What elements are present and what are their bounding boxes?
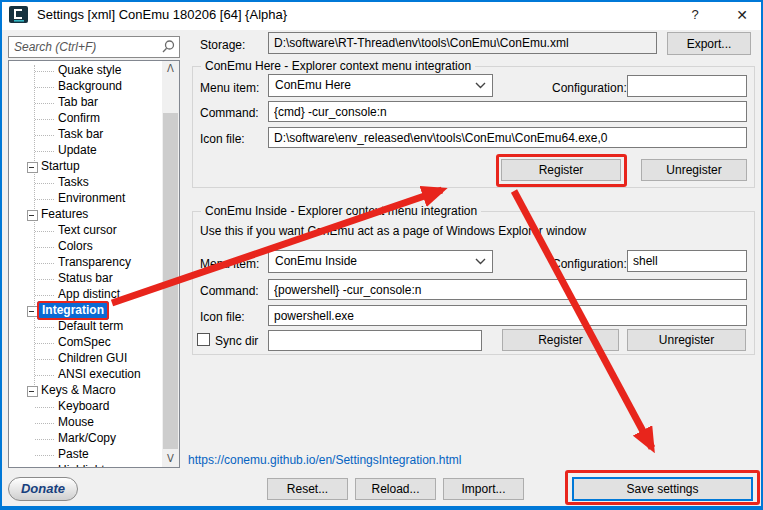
tree-item-update[interactable]: Update bbox=[9, 143, 162, 159]
tree-item-label: Highlight bbox=[58, 463, 105, 468]
tree-item-default-term[interactable]: Default term bbox=[9, 319, 162, 335]
tree-item-environment[interactable]: Environment bbox=[9, 191, 162, 207]
tree-item-task-bar[interactable]: Task bar bbox=[9, 127, 162, 143]
tree-item-label: Features bbox=[41, 207, 88, 221]
tree-item-label: ANSI execution bbox=[58, 367, 141, 381]
tree-item-confirm[interactable]: Confirm bbox=[9, 111, 162, 127]
chevron-down-icon bbox=[475, 258, 486, 265]
tree-item-label: Mark/Copy bbox=[58, 431, 116, 445]
tree-item-comspec[interactable]: ComSpec bbox=[9, 335, 162, 351]
menu-item-value-here: ConEmu Here bbox=[275, 75, 351, 96]
tree-item-mark-copy[interactable]: Mark/Copy bbox=[9, 431, 162, 447]
tree-item-label: Children GUI bbox=[58, 351, 127, 365]
donate-button[interactable]: Donate bbox=[8, 477, 78, 501]
tree-item-tasks[interactable]: Tasks bbox=[9, 175, 162, 191]
register-button-here[interactable]: Register bbox=[501, 159, 621, 181]
tree-item-label: Quake style bbox=[58, 63, 121, 77]
command-label-here: Command: bbox=[200, 106, 259, 120]
scroll-up-icon[interactable]: ᐱ bbox=[162, 61, 179, 77]
tree-item-label: Background bbox=[58, 79, 122, 93]
tree-item-status-bar[interactable]: Status bar bbox=[9, 271, 162, 287]
save-settings-button[interactable]: Save settings bbox=[572, 477, 753, 501]
conemu-inside-group-title: ConEmu Inside - Explorer context menu in… bbox=[201, 204, 481, 218]
reload-button[interactable]: Reload... bbox=[355, 478, 436, 500]
search-icon bbox=[161, 39, 176, 54]
menu-item-combo-here[interactable]: ConEmu Here bbox=[268, 74, 493, 97]
storage-label: Storage: bbox=[200, 38, 245, 52]
tree-item-background[interactable]: Background bbox=[9, 79, 162, 95]
tree-item-quake-style[interactable]: Quake style bbox=[9, 63, 162, 79]
search-input[interactable] bbox=[8, 36, 180, 58]
icon-file-label-here: Icon file: bbox=[200, 132, 245, 146]
scrollbar-thumb[interactable] bbox=[163, 113, 178, 449]
command-label-inside: Command: bbox=[200, 284, 259, 298]
unregister-button-here[interactable]: Unregister bbox=[641, 159, 747, 181]
title-bar: Settings [xml] ConEmu 180206 [64] {Alpha… bbox=[0, 0, 763, 30]
tree-item-label: Tasks bbox=[58, 175, 89, 189]
tree-item-label: Keys & Macro bbox=[41, 383, 116, 397]
tree-item-ansi-execution[interactable]: ANSI execution bbox=[9, 367, 162, 383]
tree-item-tab-bar[interactable]: Tab bar bbox=[9, 95, 162, 111]
tree-item-label: Keyboard bbox=[58, 399, 109, 413]
register-button-inside[interactable]: Register bbox=[502, 329, 619, 351]
command-field-here[interactable] bbox=[268, 101, 747, 122]
tree-item-label: Status bar bbox=[58, 271, 113, 285]
tree-item-label: Integration bbox=[37, 301, 109, 320]
tree-item-startup[interactable]: Startup bbox=[9, 159, 162, 175]
tree-item-children-gui[interactable]: Children GUI bbox=[9, 351, 162, 367]
tree-item-keyboard[interactable]: Keyboard bbox=[9, 399, 162, 415]
tree-item-label: Default term bbox=[58, 319, 123, 333]
tree-item-label: Confirm bbox=[58, 111, 100, 125]
tree-item-label: Paste bbox=[58, 447, 89, 461]
configuration-label-here: Configuration: bbox=[552, 81, 627, 95]
tree-scrollbar[interactable]: ᐱ ᐯ bbox=[162, 61, 179, 467]
import-button[interactable]: Import... bbox=[443, 478, 524, 500]
sync-dir-field[interactable] bbox=[268, 330, 482, 351]
menu-item-value-inside: ConEmu Inside bbox=[275, 251, 357, 272]
close-icon[interactable]: ✕ bbox=[726, 0, 758, 30]
icon-file-field-here[interactable] bbox=[268, 127, 747, 148]
help-button[interactable]: ? bbox=[679, 0, 711, 30]
tree-item-paste[interactable]: Paste bbox=[9, 447, 162, 463]
menu-item-combo-inside[interactable]: ConEmu Inside bbox=[268, 250, 493, 273]
configuration-field-inside[interactable] bbox=[627, 250, 747, 272]
chevron-down-icon bbox=[475, 82, 486, 89]
inside-description: Use this if you want ConEmu act as a pag… bbox=[200, 224, 586, 238]
sync-dir-checkbox[interactable] bbox=[197, 333, 210, 346]
tree-item-mouse[interactable]: Mouse bbox=[9, 415, 162, 431]
tree-item-label: Mouse bbox=[58, 415, 94, 429]
tree-item-label: Update bbox=[58, 143, 97, 157]
tree-item-label: Startup bbox=[41, 159, 80, 173]
settings-tree: Quake styleBackgroundTab barConfirmTask … bbox=[8, 60, 180, 468]
tree-item-label: Colors bbox=[58, 239, 93, 253]
tree-item-label: Text cursor bbox=[58, 223, 117, 237]
app-icon bbox=[9, 5, 29, 25]
tree-item-label: App distinct bbox=[58, 287, 120, 301]
reset-button[interactable]: Reset... bbox=[267, 478, 348, 500]
configuration-label-inside: Configuration: bbox=[552, 257, 627, 271]
tree-item-integration[interactable]: Integration bbox=[9, 303, 162, 319]
tree-item-text-cursor[interactable]: Text cursor bbox=[9, 223, 162, 239]
tree-item-colors[interactable]: Colors bbox=[9, 239, 162, 255]
settings-integration-link[interactable]: https://conemu.github.io/en/SettingsInte… bbox=[188, 453, 462, 467]
tree-item-highlight[interactable]: Highlight bbox=[9, 463, 162, 468]
tree-item-label: Tab bar bbox=[58, 95, 98, 109]
tree-item-label: Environment bbox=[58, 191, 125, 205]
tree-item-transparency[interactable]: Transparency bbox=[9, 255, 162, 271]
tree-item-keys-macro[interactable]: Keys & Macro bbox=[9, 383, 162, 399]
window-title: Settings [xml] ConEmu 180206 [64] {Alpha… bbox=[37, 0, 287, 30]
command-field-inside[interactable] bbox=[268, 279, 747, 300]
unregister-button-inside[interactable]: Unregister bbox=[627, 329, 746, 351]
icon-file-label-inside: Icon file: bbox=[200, 310, 245, 324]
scroll-down-icon[interactable]: ᐯ bbox=[162, 451, 179, 467]
icon-file-field-inside[interactable] bbox=[268, 305, 747, 326]
tree-item-features[interactable]: Features bbox=[9, 207, 162, 223]
storage-path-field[interactable] bbox=[268, 32, 657, 54]
search-box bbox=[8, 36, 180, 58]
conemu-here-group-title: ConEmu Here - Explorer context menu inte… bbox=[201, 59, 475, 73]
menu-item-label-inside: Menu item: bbox=[200, 257, 259, 271]
tree-item-label: Transparency bbox=[58, 255, 131, 269]
sync-dir-label: Sync dir bbox=[215, 334, 258, 348]
configuration-field-here[interactable] bbox=[627, 75, 747, 97]
export-button[interactable]: Export... bbox=[667, 32, 751, 55]
